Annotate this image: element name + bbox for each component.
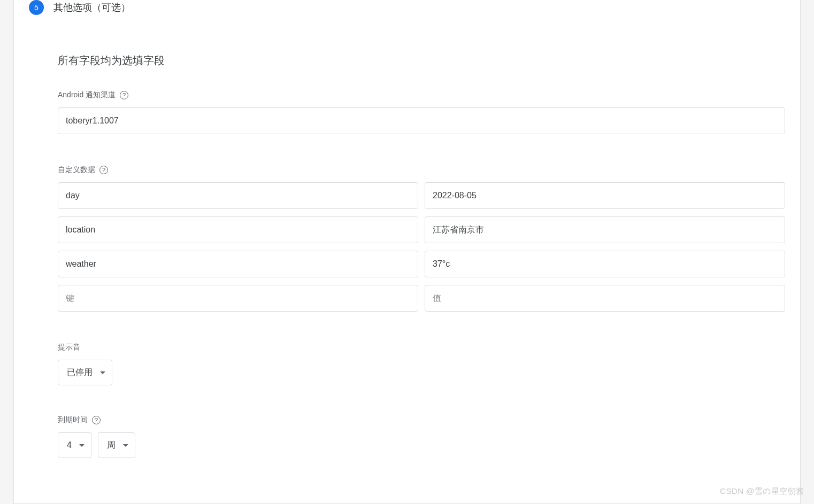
help-icon[interactable]: ? (120, 91, 128, 99)
kv-value-input[interactable] (425, 285, 785, 312)
expiry-amount-select[interactable]: 4 (58, 432, 91, 458)
android-channel-input[interactable] (58, 107, 785, 134)
kv-row-empty (58, 285, 785, 312)
expiry-amount-value: 4 (67, 440, 72, 450)
kv-key-input[interactable] (58, 285, 418, 312)
help-icon[interactable]: ? (92, 416, 101, 424)
custom-data-label: 自定义数据 (58, 165, 95, 175)
kv-row (58, 251, 785, 277)
kv-key-input[interactable] (58, 182, 418, 209)
form-panel: 5 其他选项（可选） 所有字段均为选填字段 Android 通知渠道 ? 自定义… (13, 0, 801, 504)
custom-data-block: 自定义数据 ? (58, 165, 785, 312)
android-channel-block: Android 通知渠道 ? (58, 90, 785, 134)
step-header: 5 其他选项（可选） (29, 0, 785, 15)
chevron-down-icon (79, 444, 85, 447)
sound-label: 提示音 (58, 343, 80, 352)
sound-select[interactable]: 已停用 (58, 360, 112, 385)
android-channel-label: Android 通知渠道 (58, 90, 116, 100)
kv-row (58, 216, 785, 243)
watermark-text: CSDN @雪の星空朝酱 (720, 486, 804, 497)
chevron-down-icon (123, 444, 128, 447)
custom-data-grid (58, 182, 785, 312)
sound-select-value: 已停用 (67, 367, 93, 378)
kv-value-input[interactable] (425, 182, 785, 209)
step-title: 其他选项（可选） (53, 1, 130, 14)
expiry-unit-select[interactable]: 周 (98, 432, 135, 458)
form-content: 所有字段均为选填字段 Android 通知渠道 ? 自定义数据 ? (29, 15, 785, 458)
expiry-block: 到期时间 ? 4 周 (58, 415, 785, 458)
help-icon[interactable]: ? (99, 166, 108, 174)
section-heading: 所有字段均为选填字段 (58, 53, 785, 68)
chevron-down-icon (100, 371, 105, 374)
expiry-unit-value: 周 (107, 440, 116, 451)
expiry-label: 到期时间 (58, 415, 88, 425)
kv-value-input[interactable] (425, 216, 785, 243)
kv-key-input[interactable] (58, 251, 418, 277)
kv-row (58, 182, 785, 209)
step-number-badge: 5 (29, 0, 44, 15)
kv-value-input[interactable] (425, 251, 785, 277)
sound-block: 提示音 已停用 (58, 343, 785, 385)
kv-key-input[interactable] (58, 216, 418, 243)
